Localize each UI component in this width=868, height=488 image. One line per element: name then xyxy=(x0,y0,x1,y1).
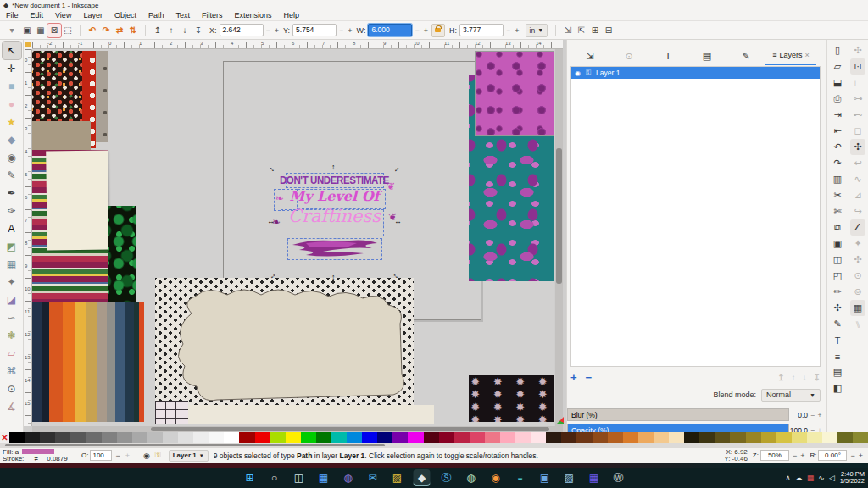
command-icon-5[interactable]: ⇤ xyxy=(830,123,845,139)
snap-icon-4[interactable]: ⊷ xyxy=(850,107,865,123)
palette-swatch[interactable] xyxy=(193,432,209,443)
palette-swatch[interactable] xyxy=(837,432,853,443)
palette-swatch[interactable] xyxy=(776,432,792,443)
layer-move-button-0[interactable]: ↥ xyxy=(777,373,784,382)
menu-view[interactable]: View xyxy=(49,10,77,21)
rectangle-tool[interactable]: ■ xyxy=(3,77,21,95)
rotate-cw-button[interactable]: ↷ xyxy=(99,24,113,37)
x-field[interactable]: 2.642 xyxy=(220,24,264,36)
canvas-object-gray-scrap[interactable] xyxy=(96,51,108,142)
palette-swatch[interactable] xyxy=(761,432,776,443)
menu-file[interactable]: File xyxy=(0,10,25,21)
command-icon-21[interactable]: ◧ xyxy=(830,380,845,396)
layer-visibility-toggle[interactable]: ◉ xyxy=(143,452,150,460)
palette-swatch[interactable] xyxy=(715,432,730,443)
vertical-scrollbar[interactable] xyxy=(555,49,563,426)
selected-design-group[interactable]: DON'T UNDERESTIMATE My Level Of Craftine… xyxy=(277,172,392,273)
command-icon-15[interactable]: ✏ xyxy=(830,284,845,300)
box3d-tool[interactable]: ◆ xyxy=(3,130,21,148)
command-icon-19[interactable]: ≡ xyxy=(830,348,845,364)
command-icon-3[interactable]: ⎙ xyxy=(830,91,845,107)
mail-app[interactable]: ✉ xyxy=(364,469,381,486)
canvas-object-plaid-scrap[interactable] xyxy=(155,401,188,424)
command-icon-18[interactable]: T xyxy=(830,332,845,348)
measure-tool[interactable]: ∡ xyxy=(3,397,21,415)
palette-swatch[interactable] xyxy=(377,432,392,443)
pencil-tool[interactable]: ✎ xyxy=(3,166,21,184)
selector-mode-icon[interactable]: ▾ xyxy=(5,24,19,37)
command-icon-12[interactable]: ▣ xyxy=(830,236,845,252)
eraser-tool[interactable]: ▱ xyxy=(3,344,21,362)
palette-swatch[interactable] xyxy=(424,432,439,443)
vertical-ruler[interactable]: 0123456789101112131415 xyxy=(24,49,32,426)
canvas-viewport[interactable]: ✹ ✸ ✹ ✹ ✸ ✹ ✹ ✸ ✹ ✹ ✸ ✹ ✹ ✸ ✹ ✹ DON'T UN… xyxy=(32,49,554,426)
dropper-tool[interactable]: ✦ xyxy=(3,273,21,291)
blur-minus[interactable]: − xyxy=(810,411,816,419)
mesh-tool[interactable]: ▦ xyxy=(3,255,21,273)
palette-swatch[interactable] xyxy=(40,432,55,443)
palette-swatch[interactable] xyxy=(470,432,485,443)
x-field-plus[interactable]: + xyxy=(273,26,281,35)
text-tool[interactable]: A xyxy=(3,219,21,237)
calligraphy-tool[interactable]: ✑ xyxy=(3,202,21,219)
add-layer-button[interactable]: + xyxy=(570,371,577,384)
object-opacity-field[interactable]: 100 xyxy=(90,450,112,461)
chat-app[interactable]: ▣ xyxy=(537,469,554,486)
snap-icon-0[interactable]: ✣ xyxy=(850,42,865,58)
command-icon-17[interactable]: ✎ xyxy=(830,316,845,332)
palette-swatch[interactable] xyxy=(178,432,193,443)
layer-lock-toggle[interactable]: ⚿ xyxy=(155,451,161,460)
canvas-object-roses-fabric[interactable] xyxy=(475,51,554,136)
menu-edit[interactable]: Edit xyxy=(25,10,50,21)
flip-horizontal-button[interactable]: ⇄ xyxy=(113,24,126,37)
lower-button[interactable]: ↓ xyxy=(178,24,192,37)
command-icon-10[interactable]: ✄ xyxy=(830,203,845,219)
layer-lock-icon[interactable]: ⚿ xyxy=(586,69,591,77)
menu-layer[interactable]: Layer xyxy=(77,10,108,21)
gradient-tool[interactable]: ◩ xyxy=(3,237,21,255)
w-field-minus[interactable]: − xyxy=(413,26,420,35)
command-icon-1[interactable]: ▱ xyxy=(830,58,845,75)
palette-swatch[interactable] xyxy=(576,432,592,443)
edge-app[interactable]: ◒ xyxy=(512,469,529,486)
snap-icon-1[interactable]: ⊡ xyxy=(850,58,865,75)
lower-to-bottom-button[interactable]: ↧ xyxy=(192,24,205,37)
opacity-plus-button[interactable]: + xyxy=(124,452,131,460)
layers-list[interactable]: ◉ ⚿ Layer 1 xyxy=(570,66,821,367)
palette-swatch[interactable] xyxy=(408,432,423,443)
canvas-object-green-marble-fabric[interactable] xyxy=(108,206,136,302)
snap-icon-10[interactable]: ↪ xyxy=(850,203,865,219)
command-icon-6[interactable]: ↶ xyxy=(830,139,845,155)
horizontal-scrollbar[interactable] xyxy=(32,426,563,432)
menu-path[interactable]: Path xyxy=(142,10,170,21)
inkscape-app[interactable]: ◆ xyxy=(414,469,431,486)
start-button[interactable]: ⊞ xyxy=(242,469,259,486)
flip-vertical-button[interactable]: ⇅ xyxy=(126,24,140,37)
snap-icon-6[interactable]: ✣ xyxy=(850,139,865,155)
snap-icon-8[interactable]: ∿ xyxy=(850,171,865,187)
palette-swatch[interactable] xyxy=(163,432,178,443)
snap-icon-7[interactable]: ↩ xyxy=(850,155,865,171)
canvas-area[interactable]: -2-101234567891011121314 012345678910111… xyxy=(24,40,566,432)
snap-icon-14[interactable]: ⊙ xyxy=(850,268,865,284)
scale-pattern-button[interactable]: ⊟ xyxy=(602,24,615,37)
scale-handle-w[interactable]: ↔ xyxy=(267,218,275,225)
palette-swatch[interactable] xyxy=(669,432,684,443)
snap-icon-12[interactable]: ✦ xyxy=(850,236,865,252)
snap-icon-9[interactable]: ⊿ xyxy=(850,187,865,203)
current-layer-dropdown[interactable]: Layer 1 ▼ xyxy=(169,450,209,462)
palette-swatch[interactable] xyxy=(807,432,822,443)
palette-swatch[interactable] xyxy=(316,432,331,443)
palette-swatch[interactable] xyxy=(392,432,408,443)
rotation-field[interactable]: 0.00° xyxy=(818,450,847,461)
command-icon-8[interactable]: ▥ xyxy=(830,171,845,187)
canvas-object-cream-strip[interactable] xyxy=(188,405,434,424)
palette-swatch[interactable] xyxy=(515,432,531,443)
palette-swatch[interactable] xyxy=(439,432,454,443)
blur-plus[interactable]: + xyxy=(816,411,823,419)
wifi-icon[interactable]: ∿ xyxy=(818,474,825,482)
fill-color-swatch[interactable] xyxy=(22,449,54,454)
scale-handle-s[interactable]: ↕ xyxy=(331,274,336,281)
onedrive-icon[interactable]: ☁ xyxy=(795,474,803,482)
taskbar-clock[interactable]: 2:40 PM 1/5/2022 xyxy=(840,471,865,485)
